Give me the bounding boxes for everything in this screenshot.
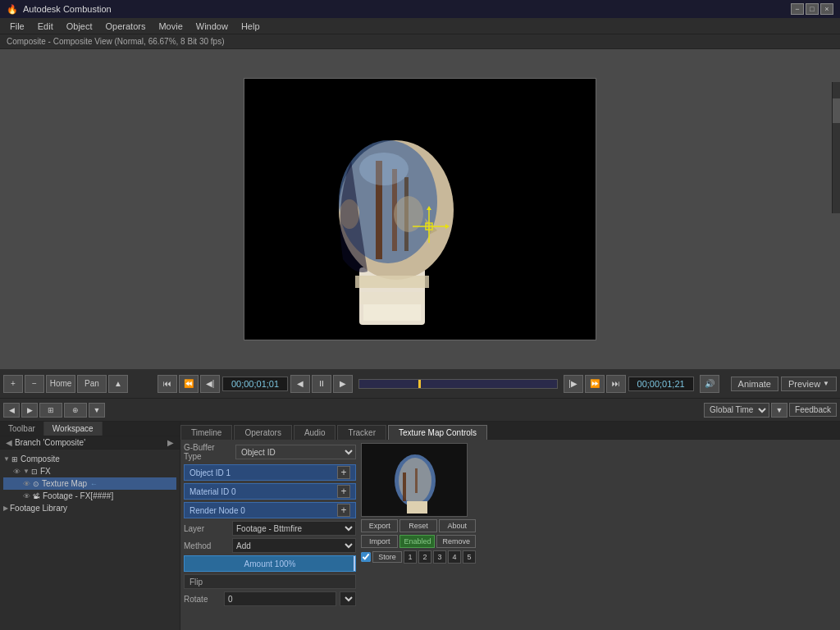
global-time-select[interactable]: Global Time bbox=[704, 403, 769, 418]
method-field-label: Method bbox=[184, 541, 229, 550]
rotate-input[interactable] bbox=[224, 591, 336, 606]
nav-buttons: + − Home Pan ▲ bbox=[3, 375, 128, 393]
footage-library-label: Footage Library bbox=[10, 504, 67, 513]
layer-tree: Toolbar Workspace ◀ Branch 'Composite' ▶… bbox=[0, 422, 180, 630]
menu-item-movie[interactable]: Movie bbox=[152, 20, 189, 33]
skip-end-button[interactable]: ⏭ bbox=[606, 375, 626, 393]
timeline-tab[interactable]: Timeline bbox=[180, 425, 232, 440]
close-button[interactable]: × bbox=[820, 3, 833, 15]
tree-texturemap-row[interactable]: 👁 ⊙ Texture Map ← bbox=[3, 477, 176, 490]
menu-item-operators[interactable]: Operators bbox=[99, 20, 153, 33]
audio-tab[interactable]: Audio bbox=[294, 425, 336, 440]
pan-button[interactable]: Pan bbox=[77, 375, 107, 393]
enabled-button[interactable]: Enabled bbox=[399, 535, 435, 548]
flip-label: Flip bbox=[184, 574, 356, 589]
object-id-add[interactable]: + bbox=[337, 466, 350, 479]
tracker-tab[interactable]: Tracker bbox=[337, 425, 386, 440]
tree-fx-row[interactable]: 👁 ▼ ⊡ FX bbox=[3, 465, 176, 477]
svg-point-8 bbox=[359, 153, 409, 185]
prev-frame-button[interactable]: ⏪ bbox=[179, 375, 199, 393]
composite-label: Composite bbox=[21, 454, 60, 463]
preview-action-buttons: Export Reset About bbox=[361, 519, 476, 532]
pause-button[interactable]: ⏸ bbox=[312, 375, 331, 393]
texture-map-label: Texture Map bbox=[42, 479, 87, 488]
toolbar-tab[interactable]: Toolbar bbox=[0, 422, 44, 436]
store-num-3[interactable]: 3 bbox=[433, 550, 446, 564]
store-row: Store 12345 bbox=[361, 550, 476, 564]
menu-item-edit[interactable]: Edit bbox=[31, 20, 60, 33]
tree-nav-prev[interactable]: ◀ bbox=[3, 438, 15, 447]
export-button[interactable]: Export bbox=[361, 519, 398, 532]
view-options[interactable]: ⊞ bbox=[39, 403, 62, 418]
preview-button[interactable]: Preview ▼ bbox=[781, 377, 837, 391]
up-button[interactable]: ▲ bbox=[108, 375, 128, 393]
store-num-4[interactable]: 4 bbox=[448, 550, 461, 564]
store-num-5[interactable]: 5 bbox=[463, 550, 476, 564]
minimize-button[interactable]: − bbox=[791, 3, 804, 15]
maximize-button[interactable]: □ bbox=[806, 3, 819, 15]
gbuffer-label: G-Buffer Type bbox=[184, 443, 233, 461]
operators-tab[interactable]: Operators bbox=[234, 425, 291, 440]
app-icon: 🔥 bbox=[7, 4, 18, 15]
expand-arrow-fx: ▼ bbox=[23, 468, 30, 475]
options-bar: ◀ ▶ ⊞ ⊕ ▼ Global Time ▼ Feedback bbox=[0, 399, 840, 422]
next-frame-button[interactable]: ⏩ bbox=[585, 375, 605, 393]
menu-item-window[interactable]: Window bbox=[189, 20, 235, 33]
about-button[interactable]: About bbox=[439, 519, 476, 532]
reset-button[interactable]: Reset bbox=[399, 519, 436, 532]
method-select[interactable]: Add bbox=[232, 538, 356, 553]
render-node-bar: Render Node 0 + bbox=[184, 502, 356, 518]
preview-dropdown-arrow: ▼ bbox=[823, 380, 829, 387]
gbuffer-select[interactable]: Object ID bbox=[235, 445, 356, 459]
time-options[interactable]: ▼ bbox=[771, 403, 788, 418]
home-button[interactable]: Home bbox=[46, 375, 75, 393]
expand-arrow: ▼ bbox=[3, 455, 10, 463]
material-id-bar: Material ID 0 + bbox=[184, 483, 356, 500]
rotate-field-label: Rotate bbox=[184, 595, 221, 604]
rotate-select[interactable]: ▼ bbox=[340, 591, 356, 606]
tree-composite-row[interactable]: ▼ ⊞ Composite bbox=[3, 453, 176, 465]
menu-item-file[interactable]: File bbox=[3, 20, 31, 33]
layer-row: Layer Footage - Bttmfire bbox=[184, 521, 356, 536]
material-id-label: Material ID 0 bbox=[189, 487, 236, 496]
menu-item-object[interactable]: Object bbox=[60, 20, 99, 33]
play-button[interactable]: ▶ bbox=[333, 375, 353, 393]
fwd-button[interactable]: ▶ bbox=[21, 403, 38, 418]
store-num-2[interactable]: 2 bbox=[418, 550, 431, 564]
remove-button[interactable]: − bbox=[25, 375, 44, 393]
tree-library-row[interactable]: ▶ Footage Library bbox=[3, 502, 176, 514]
step-back-button[interactable]: ◀| bbox=[200, 375, 220, 393]
viewport-area bbox=[0, 49, 840, 369]
store-num-1[interactable]: 1 bbox=[404, 550, 417, 564]
animate-button[interactable]: Animate bbox=[731, 377, 778, 391]
method-row: Method Add bbox=[184, 538, 356, 553]
eye-icon-3: 👁 bbox=[23, 492, 30, 500]
feedback-button[interactable]: Feedback bbox=[789, 403, 837, 417]
time-start-display: 00;00;01;01 bbox=[222, 377, 288, 391]
workspace-tab[interactable]: Workspace bbox=[44, 422, 103, 436]
viewport-canvas[interactable] bbox=[244, 78, 596, 340]
timeline-slider[interactable] bbox=[358, 379, 558, 389]
remove-button[interactable]: Remove bbox=[436, 535, 476, 548]
transform-handle[interactable] bbox=[409, 206, 450, 247]
texture-map-tab[interactable]: Texture Map Controls bbox=[388, 425, 487, 440]
render-node-add[interactable]: + bbox=[337, 504, 350, 517]
layer-select[interactable]: Footage - Bttmfire bbox=[232, 521, 356, 536]
zoom-in-button[interactable]: ⊕ bbox=[64, 403, 87, 418]
tree-nav-next[interactable]: ▶ bbox=[165, 438, 176, 447]
audio-button[interactable]: 🔊 bbox=[700, 375, 719, 393]
skip-start-button[interactable]: ⏮ bbox=[158, 375, 177, 393]
down-nav-button[interactable]: ▼ bbox=[89, 403, 105, 418]
app-title: Autodesk Combustion bbox=[23, 4, 791, 14]
amount-bar[interactable]: Amount 100% bbox=[184, 555, 356, 572]
store-checkbox[interactable] bbox=[361, 552, 371, 562]
store-button[interactable]: Store bbox=[372, 551, 402, 563]
import-button[interactable]: Import bbox=[361, 535, 398, 548]
menu-item-help[interactable]: Help bbox=[235, 20, 267, 33]
step-fwd-button[interactable]: |▶ bbox=[564, 375, 583, 393]
tree-footage-row[interactable]: 👁 📽 Footage - FX[####] bbox=[3, 490, 176, 502]
back-button[interactable]: ◀ bbox=[3, 403, 20, 418]
add-button[interactable]: + bbox=[3, 375, 23, 393]
material-id-add[interactable]: + bbox=[337, 485, 350, 498]
play-back-button[interactable]: ◀ bbox=[290, 375, 310, 393]
